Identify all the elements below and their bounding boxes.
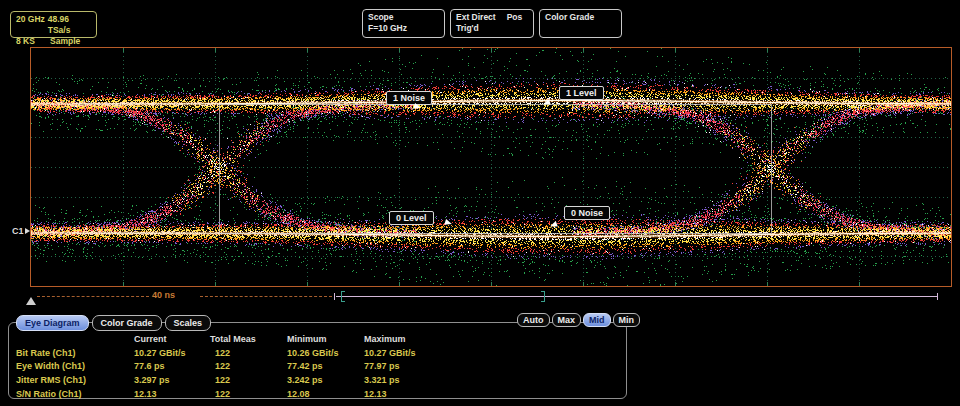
meas-total: 122 [210,348,287,358]
meas-current: 12.13 [134,389,210,399]
meas-current: 3.297 ps [134,375,210,385]
meas-max: 77.97 ps [364,361,622,371]
acquisition-mode: Sample [50,36,80,47]
header-maximum: Maximum [364,334,622,344]
results-tab-bar: Eye Diagram Color Grade Scales [16,315,211,331]
meas-total: 122 [210,389,287,399]
color-grade-label: Color Grade [545,12,616,23]
scope-filter-value: F=10 GHz [368,23,439,34]
meas-total: 122 [210,361,287,371]
memory-value: 8 KS [16,36,50,47]
trigger-status-box[interactable]: Ext Direct Pos Trig'd [450,9,534,38]
acquisition-status-box[interactable]: 20 GHz 48.96 TSa/s 8 KS Sample [10,11,97,38]
trigger-position-marker-icon[interactable] [26,297,36,305]
window-open-bracket-icon[interactable] [341,291,345,302]
channel-1-label: C1 [12,226,24,236]
table-row: Jitter RMS (Ch1) 3.297 ps 122 3.242 ps 3… [16,373,622,387]
channel-1-arrow-icon [25,228,30,234]
meas-name: Jitter RMS (Ch1) [16,375,134,385]
one-level-label: 1 Level [559,86,604,100]
header-total-meas: Total Meas [210,334,287,344]
meas-current: 77.6 ps [134,361,210,371]
meas-max: 3.321 ps [364,375,622,385]
trigger-state: Trig'd [456,23,528,34]
meas-total: 122 [210,375,287,385]
sample-rate-value: 48.96 TSa/s [48,14,91,36]
expansion-line [336,296,938,297]
meas-max: 12.13 [364,389,622,399]
scope-mode-title: Scope [368,12,439,23]
color-grade-box[interactable]: Color Grade [539,9,622,38]
meas-min: 12.08 [287,389,364,399]
expansion-start-tick [334,293,335,300]
table-header-row: Current Total Meas Minimum Maximum [16,332,622,346]
table-row: Bit Rate (Ch1) 10.27 GBit/s 122 10.26 GB… [16,346,622,360]
timebase-rule-left [37,296,149,297]
tab-color-grade[interactable]: Color Grade [92,315,162,331]
max-button[interactable]: Max [552,313,582,327]
mid-button[interactable]: Mid [583,313,611,327]
one-noise-label: 1 Noise [386,91,432,105]
timebase-label: 40 ns [152,290,175,300]
meas-max: 10.27 GBit/s [364,348,622,358]
eye-diagram-canvas[interactable] [31,48,951,286]
trigger-source: Ext Direct [456,12,496,23]
meas-name: S/N Ratio (Ch1) [16,389,134,399]
waveform-graticule[interactable]: 1 Noise 1 Level 0 Level 0 Noise [30,47,952,287]
header-current: Current [134,334,210,344]
trigger-slope: Pos [507,12,523,23]
channel-1-marker[interactable]: C1 [12,226,30,236]
meas-min: 10.26 GBit/s [287,348,364,358]
meas-min: 77.42 ps [287,361,364,371]
meas-current: 10.27 GBit/s [134,348,210,358]
table-row: Eye Width (Ch1) 77.6 ps 122 77.42 ps 77.… [16,360,622,374]
tab-scales[interactable]: Scales [165,315,212,331]
measurement-panel: Current Total Meas Minimum Maximum Bit R… [8,322,627,399]
expansion-end-tick [937,293,938,300]
scope-screen: { "acquisition_box": { "bandwidth": "20 … [0,0,960,406]
scope-mode-box[interactable]: Scope F=10 GHz [362,9,445,38]
timebase-rule-right [200,296,332,297]
measurement-table: Current Total Meas Minimum Maximum Bit R… [16,332,622,401]
window-close-bracket-icon[interactable] [541,291,545,302]
zero-level-label: 0 Level [389,211,434,225]
zero-noise-label: 0 Noise [564,206,610,220]
bandwidth-value: 20 GHz [16,14,48,36]
tab-eye-diagram[interactable]: Eye Diagram [16,315,89,331]
meas-min: 3.242 ps [287,375,364,385]
auto-button[interactable]: Auto [517,313,550,327]
meas-name: Bit Rate (Ch1) [16,348,134,358]
stat-mode-buttons: Auto Max Mid Min [517,313,640,327]
header-minimum: Minimum [287,334,364,344]
table-row: S/N Ratio (Ch1) 12.13 122 12.08 12.13 [16,387,622,401]
meas-name: Eye Width (Ch1) [16,361,134,371]
min-button[interactable]: Min [613,313,641,327]
